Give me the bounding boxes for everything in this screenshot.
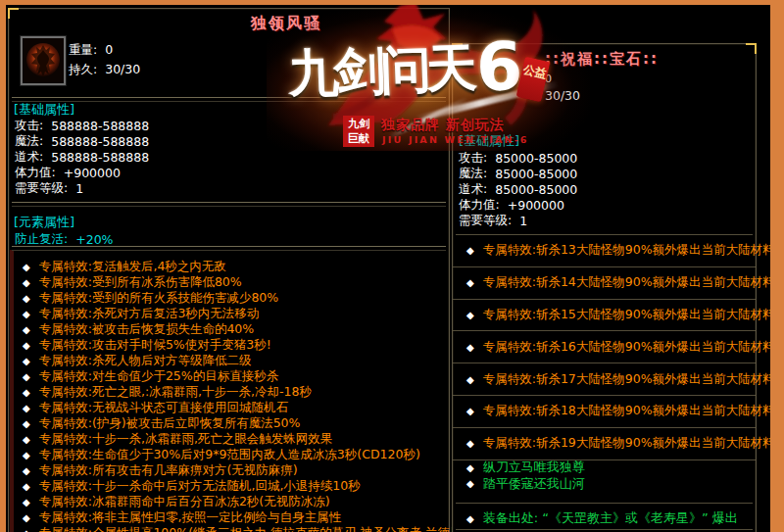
diamond-bullet-icon: ◆	[23, 528, 30, 532]
special-effect-row: ◆ 专属特效:全属性提高100%(继承三相之力,德拉克萨的暮刃,神圣分离者,兰德…	[9, 525, 449, 532]
stat-value: +20%	[75, 232, 113, 247]
stat-label: 需要等级:	[459, 213, 512, 229]
item-name: ::祝福::宝石::	[545, 50, 659, 69]
stat-label: 攻击:	[459, 150, 487, 167]
divider	[456, 529, 753, 531]
special-effect-text: 专属特效:生命值少于30%后对9*9范围内敌人造成冰冻3秒(CD120秒)	[39, 447, 420, 463]
special-effect-row: ◆ 专属特效:斩杀15大陆怪物90%额外爆出当前大陆材料.	[453, 300, 756, 332]
diamond-bullet-icon: ◆	[466, 438, 474, 449]
item-tooltip-right: ::祝福::宝石:: 0 30/30 [基础属性] 攻击:85000-85000…	[452, 43, 757, 532]
diamond-bullet-icon: ◆	[23, 356, 30, 366]
special-effect-row: ◆ 专属特效:斩杀14大陆怪物90%额外爆出当前大陆材料.	[453, 267, 756, 300]
special-effect-row: ◆ 专属特效:冰霜群雨命中后百分百冰冻2秒(无视防冰冻)	[9, 494, 449, 509]
diamond-bullet-icon: ◆	[23, 309, 30, 319]
special-effect-text: 专属特效:攻击对手时候5%使对手变猪3秒!	[39, 337, 271, 354]
diamond-bullet-icon: ◆	[23, 293, 30, 304]
diamond-bullet-icon: ◆	[466, 513, 474, 524]
durability-value: 30/30	[545, 88, 580, 103]
stat-label: 道术:	[459, 181, 487, 198]
special-effect-text: 专属特效:将非主属性归零,按照一定比例给与自身主属性	[39, 509, 341, 526]
diamond-bullet-icon: ◆	[466, 342, 474, 353]
divider	[12, 97, 446, 102]
special-effect-text: 专属特效:(护身)被攻击后立即恢复所有魔法50%	[39, 415, 301, 432]
stat-label: 体力值:	[459, 197, 500, 214]
diamond-bullet-icon: ◆	[23, 418, 30, 429]
stat-value: 588888-588888	[51, 134, 149, 149]
base-attrs-header: [基础属性]	[459, 132, 519, 150]
stat-label: 需要等级:	[15, 180, 68, 197]
special-effect-text: 专属特效:十步一杀,冰霜群雨,死亡之眼会触发蛛网效果	[39, 431, 333, 448]
stat-value: 85000-85000	[495, 167, 577, 181]
element-attrs-header: [元素属性]	[14, 214, 74, 231]
base-attrs-list: 攻击:85000-85000 魔法:85000-85000 道术:85000-8…	[459, 150, 752, 228]
stat-row: 攻击:85000-85000	[459, 150, 752, 166]
stat-row: 道术:588888-588888	[15, 150, 445, 166]
special-effect-row: ◆ 专属特效:斩杀17大陆怪物90%额外爆出当前大陆材料.	[453, 363, 756, 396]
motto-row: ◆ 踏平倭寇还我山河	[453, 476, 756, 493]
stat-label: 魔法:	[459, 166, 487, 182]
special-effect-row: ◆ 专属特效:生命值少于30%后对9*9范围内敌人造成冰冻3秒(CD120秒)	[9, 447, 449, 462]
special-effect-text: 专属特效:斩杀19大陆怪物90%额外爆出当前大陆材料.	[483, 435, 779, 452]
gold-corner-icon	[8, 8, 19, 19]
fire-demon-item-icon	[23, 38, 64, 83]
special-effect-row: ◆ 专属特效:斩杀13大陆怪物90%额外爆出当前大陆材料.	[453, 235, 756, 267]
durability-value: 30/30	[105, 62, 140, 76]
weight-label: 重量:	[69, 42, 97, 57]
stat-row: 防止复活:+20%	[15, 231, 445, 247]
stat-row: 体力值:+900000	[459, 197, 752, 213]
special-effect-row: ◆ 专属特效:死亡之眼,:冰霜群雨,十步一杀,冷却-18秒	[9, 384, 449, 400]
special-effect-row: ◆ 专属特效:杀死对方后复活3秒内无法移动	[9, 306, 449, 321]
element-attrs-list: 防止复活:+20%	[15, 231, 445, 247]
item-icon[interactable]	[21, 36, 66, 85]
gold-corner-icon	[452, 43, 463, 54]
window-frame-left	[0, 0, 6, 532]
durability-line: 持久:30/30	[69, 62, 140, 78]
diamond-bullet-icon: ◆	[23, 277, 30, 288]
diamond-bullet-icon: ◆	[23, 403, 30, 413]
special-effect-text: 专属特效:受到所有冰系伤害降低80%	[39, 274, 242, 291]
special-effect-text: 专属特效:斩杀13大陆怪物90%额外爆出当前大陆材料.	[483, 242, 779, 259]
special-effect-row: ◆ 专属特效:杀死人物后对方等级降低二级	[9, 353, 449, 368]
special-effect-text: 专属特效:斩杀14大陆怪物90%额外爆出当前大陆材料.	[483, 274, 779, 291]
diamond-bullet-icon: ◆	[466, 406, 474, 416]
special-effect-row: ◆ 专属特效:受到的所有火系技能伤害减少80%	[9, 290, 449, 306]
durability-label: 持久:	[69, 62, 97, 76]
diamond-bullet-icon: ◆	[23, 497, 30, 508]
diamond-bullet-icon: ◆	[23, 465, 30, 476]
special-effect-row: ◆ 专属特效:将非主属性归零,按照一定比例给与自身主属性	[9, 509, 449, 525]
special-effect-text: 专属特效:复活触发后,4秒之内无敌	[39, 259, 226, 275]
special-effect-row: ◆ 专属特效:攻击对手时候5%使对手变猪3秒!	[9, 337, 449, 353]
gold-corner-icon	[746, 43, 757, 54]
stat-row: 魔法:85000-85000	[459, 166, 752, 181]
special-effect-text: 专属特效:杀死人物后对方等级降低二级	[39, 353, 252, 369]
stat-value: 85000-85000	[495, 182, 577, 197]
stat-row: 体力值:+900000	[15, 165, 445, 180]
special-effect-text: 专属特效:全属性提高100%(继承三相之力,德拉克萨的暮刃,神圣分离者,兰德里的	[39, 525, 474, 532]
stat-value: 85000-85000	[495, 151, 577, 166]
window-frame-right	[770, 0, 784, 532]
stat-row: 攻击:588888-588888	[15, 119, 445, 134]
special-effect-row: ◆ 专属特效:所有攻击有几率麻痹对方(无视防麻痹)	[9, 462, 449, 478]
stat-label: 道术:	[15, 149, 43, 166]
special-effect-text: 专属特效:斩杀16大陆怪物90%额外爆出当前大陆材料.	[483, 339, 779, 356]
stat-value: 1	[75, 181, 83, 196]
divider	[456, 503, 753, 505]
special-effect-text: 专属特效:杀死对方后复活3秒内无法移动	[39, 306, 260, 322]
weight-value: 0	[105, 42, 113, 57]
diamond-bullet-icon: ◆	[23, 371, 30, 382]
diamond-bullet-icon: ◆	[23, 481, 30, 492]
diamond-bullet-icon: ◆	[466, 462, 474, 473]
base-attrs-list: 攻击:588888-588888 魔法:588888-588888 道术:588…	[15, 119, 445, 196]
diamond-bullet-icon: ◆	[466, 277, 474, 288]
diamond-bullet-icon: ◆	[466, 374, 474, 385]
special-effect-row: ◆ 专属特效:受到所有冰系伤害降低80%	[9, 274, 449, 290]
special-effect-text: 专属特效:所有攻击有几率麻痹对方(无视防麻痹)	[39, 462, 298, 479]
special-effects-list: ◆ 专属特效:复活触发后,4秒之内无敌 ◆ 专属特效:受到所有冰系伤害降低80%…	[9, 259, 449, 532]
special-effect-row: ◆ 专属特效:无视战斗状态可直接使用回城随机石	[9, 400, 449, 415]
special-effect-row: ◆ 专属特效:十步一杀命中后对方无法随机,回城,小退持续10秒	[9, 478, 449, 494]
window-frame-top	[0, 0, 784, 5]
special-effect-text: 专属特效:斩杀17大陆怪物90%额外爆出当前大陆材料.	[483, 371, 779, 388]
base-attrs-header: [基础属性]	[14, 101, 74, 119]
divider	[12, 202, 446, 207]
weight-line: 重量:0	[69, 42, 113, 59]
